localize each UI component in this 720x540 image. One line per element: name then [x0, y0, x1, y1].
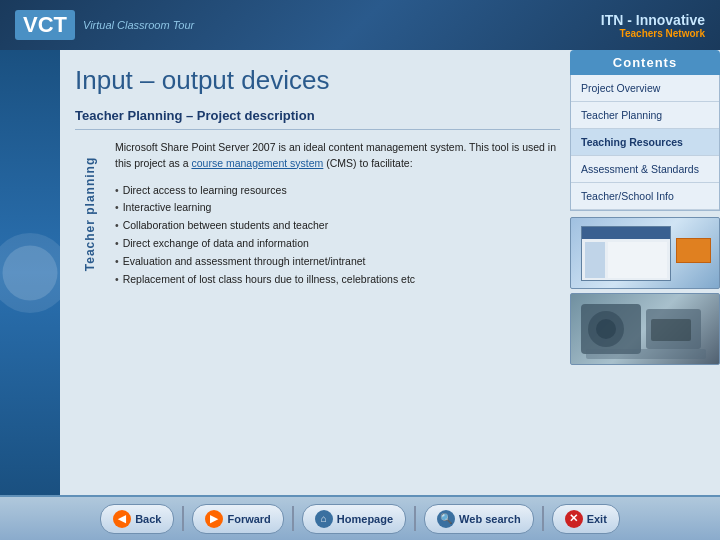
- back-label: Back: [135, 513, 161, 525]
- divider-2: [292, 506, 294, 531]
- circle-decoration-2: [3, 245, 58, 300]
- photo-2: [570, 293, 720, 365]
- itn-line2: Teachers Network: [601, 28, 705, 39]
- right-sidebar: Contents Project Overview Teacher Planni…: [570, 50, 720, 495]
- forward-icon: ▶: [205, 510, 223, 528]
- contents-tab-label: Contents: [570, 50, 720, 75]
- nav-item-teaching-resources[interactable]: Teaching Resources: [571, 129, 719, 156]
- bullet-item-2: Interactive learning: [115, 199, 560, 217]
- bullet-item-3: Collaboration between students and teach…: [115, 217, 560, 235]
- divider-4: [542, 506, 544, 531]
- left-decorative-strip: [0, 50, 60, 495]
- rotated-label-wrap: Teacher planning: [75, 140, 105, 289]
- nav-menu: Project Overview Teacher Planning Teachi…: [570, 75, 720, 211]
- header: VCT Virtual Classroom Tour ITN - Innovat…: [0, 0, 720, 50]
- forward-button[interactable]: ▶ Forward: [192, 504, 283, 534]
- screen-content: [582, 239, 670, 281]
- itn-teachers: Teachers: [620, 28, 663, 39]
- svg-rect-4: [651, 319, 691, 341]
- screenshot-mockup: [581, 226, 671, 281]
- intro-paragraph: Microsoft Share Point Server 2007 is an …: [115, 140, 560, 172]
- orange-block: [676, 238, 711, 263]
- machinery-svg: [571, 294, 720, 365]
- page-title: Input – output devices: [75, 65, 560, 96]
- back-icon: ◀: [113, 510, 131, 528]
- homepage-button[interactable]: ⌂ Homepage: [302, 504, 406, 534]
- cms-link[interactable]: course management system: [191, 157, 323, 169]
- main-area: Input – output devices Teacher Planning …: [0, 50, 720, 495]
- vct-subtitle: Virtual Classroom Tour: [83, 19, 194, 31]
- screen-sidebar: [585, 242, 605, 278]
- photo-1: [570, 217, 720, 289]
- text-area: Microsoft Share Point Server 2007 is an …: [115, 140, 560, 289]
- screen-main: [608, 242, 667, 278]
- rotated-label: Teacher planning: [83, 157, 97, 271]
- itn-line1: ITN - Innovative: [601, 12, 705, 28]
- forward-label: Forward: [227, 513, 270, 525]
- bullet-item-6: Replacement of lost class hours due to i…: [115, 271, 560, 289]
- exit-icon: ✕: [565, 510, 583, 528]
- content-body: Teacher planning Microsoft Share Point S…: [75, 140, 560, 289]
- vct-logo: VCT Virtual Classroom Tour: [15, 10, 194, 40]
- page-subtitle: Teacher Planning – Project description: [75, 108, 560, 130]
- websearch-label: Web search: [459, 513, 521, 525]
- itn-logo: ITN - Innovative Teachers Network: [601, 12, 705, 39]
- exit-button[interactable]: ✕ Exit: [552, 504, 620, 534]
- content-section: Input – output devices Teacher Planning …: [60, 50, 570, 495]
- back-button[interactable]: ◀ Back: [100, 504, 174, 534]
- bullet-item-1: Direct access to learning resources: [115, 182, 560, 200]
- photos-area: [570, 217, 720, 365]
- nav-item-teacher-school[interactable]: Teacher/School Info: [571, 183, 719, 210]
- nav-item-assessment[interactable]: Assessment & Standards: [571, 156, 719, 183]
- home-icon: ⌂: [315, 510, 333, 528]
- svg-point-3: [596, 319, 616, 339]
- itn-network: Network: [663, 28, 705, 39]
- search-icon: 🔍: [437, 510, 455, 528]
- exit-label: Exit: [587, 513, 607, 525]
- screen-bar: [582, 227, 670, 239]
- websearch-button[interactable]: 🔍 Web search: [424, 504, 534, 534]
- divider-1: [182, 506, 184, 531]
- nav-item-project-overview[interactable]: Project Overview: [571, 75, 719, 102]
- vct-box-label: VCT: [15, 10, 75, 40]
- svg-rect-5: [586, 349, 706, 359]
- nav-item-teacher-planning[interactable]: Teacher Planning: [571, 102, 719, 129]
- bullet-list: Direct access to learning resources Inte…: [115, 182, 560, 289]
- bullet-item-5: Evaluation and assessment through intern…: [115, 253, 560, 271]
- bullet-item-4: Direct exchange of data and information: [115, 235, 560, 253]
- footer: ◀ Back ▶ Forward ⌂ Homepage 🔍 Web search…: [0, 495, 720, 540]
- divider-3: [414, 506, 416, 531]
- homepage-label: Homepage: [337, 513, 393, 525]
